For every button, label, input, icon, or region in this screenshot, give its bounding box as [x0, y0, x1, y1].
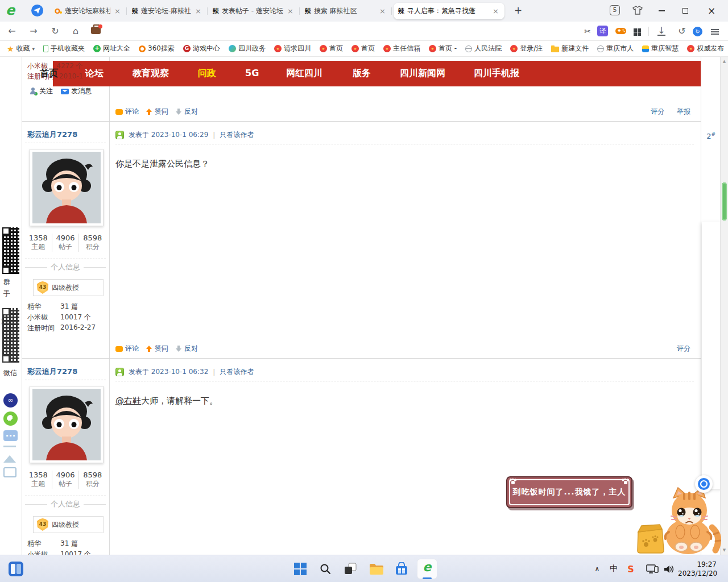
thread-list-icon[interactable]: [3, 467, 16, 477]
bookmark-login[interactable]: 登录/注: [510, 44, 543, 53]
home-button[interactable]: ⌂: [68, 22, 83, 40]
taskbar-search-icon[interactable]: [317, 561, 333, 577]
bookmark-court[interactable]: 人民法院: [465, 44, 502, 53]
only-author-link[interactable]: 只看该作者: [220, 367, 254, 377]
bookmark-sites[interactable]: +网址大全: [93, 44, 130, 53]
scrollbar-thumb[interactable]: [722, 182, 727, 221]
assistant-icon[interactable]: [695, 475, 713, 493]
comment-link[interactable]: 评论: [115, 107, 139, 117]
workspace-briefcase-icon[interactable]: [91, 27, 101, 34]
tab-4[interactable]: 辣 搜索 麻辣社区 ×: [300, 3, 391, 19]
browser-360-logo[interactable]: e: [6, 2, 15, 18]
file-explorer-icon[interactable]: [369, 561, 384, 577]
close-window-button[interactable]: ×: [702, 0, 721, 22]
clip-scissors-icon[interactable]: ✂: [580, 22, 595, 40]
tray-chevron-icon[interactable]: ∧: [589, 555, 605, 582]
rate-link[interactable]: 评分: [651, 107, 664, 115]
nav-banwu[interactable]: 版务: [353, 68, 371, 80]
tab-3[interactable]: 辣 发表帖子 - 蓬安论坛 麻 ×: [208, 3, 299, 19]
share-icon[interactable]: [3, 411, 18, 426]
nav-wenzheng-active[interactable]: 问政: [198, 68, 216, 80]
copy-link-icon[interactable]: [3, 393, 18, 408]
page-scrollbar[interactable]: ▲ ▼: [720, 57, 728, 555]
apps-grid-icon[interactable]: [634, 28, 641, 36]
oppose-link[interactable]: 反对: [175, 107, 198, 117]
back-button[interactable]: ←: [5, 22, 19, 40]
bookmark-home1[interactable]: 首页: [320, 44, 343, 53]
bookmark-home3[interactable]: 首页 -: [429, 44, 457, 53]
download-icon[interactable]: ↓: [654, 22, 669, 40]
tab-close-icon[interactable]: ×: [286, 7, 295, 15]
cast-screen-icon[interactable]: [644, 555, 661, 582]
nav-wanghong[interactable]: 网红四川: [286, 68, 322, 80]
tab-close-icon[interactable]: ×: [378, 7, 387, 15]
follow-button[interactable]: 关注: [30, 86, 53, 96]
only-author-link[interactable]: 只看该作者: [220, 130, 254, 140]
bookmark-home2[interactable]: 首页: [351, 44, 375, 53]
tab-5-active[interactable]: 辣 寻人启事：紧急寻找蓬 ×: [394, 3, 504, 19]
send-plane-icon[interactable]: [31, 5, 43, 16]
bookmark-game[interactable]: G游戏中心: [183, 44, 220, 53]
tab-close-icon[interactable]: ×: [113, 7, 122, 15]
reload-button[interactable]: ↻: [48, 22, 63, 40]
tab-close-icon[interactable]: ×: [491, 7, 500, 15]
sync-icon[interactable]: ↻: [693, 27, 702, 36]
volume-icon[interactable]: [661, 555, 677, 582]
scroll-down-icon[interactable]: ▼: [721, 548, 728, 552]
nav-home[interactable]: 首页: [40, 68, 58, 80]
tab-close-icon[interactable]: ×: [194, 7, 202, 15]
360-browser-taskbar-active[interactable]: e: [417, 559, 437, 579]
skin-theme-icon[interactable]: [632, 6, 643, 17]
mention-link[interactable]: @右鞋: [115, 396, 141, 406]
oppose-link[interactable]: 反对: [175, 344, 198, 354]
post3-username[interactable]: 彩云追月7278: [27, 367, 77, 377]
forward-button[interactable]: →: [26, 22, 41, 40]
post2-username[interactable]: 彩云追月7278: [27, 130, 77, 140]
bookmark-360search[interactable]: 360搜索: [139, 44, 175, 53]
task-view-icon[interactable]: [342, 561, 358, 577]
tab-1[interactable]: O 蓬安论坛麻辣社区_360 ×: [50, 3, 126, 19]
start-button[interactable]: [292, 561, 308, 577]
nav-scnews[interactable]: 四川新闻网: [400, 68, 445, 80]
nav-scmobile[interactable]: 四川手机报: [474, 68, 519, 80]
report-link[interactable]: 举报: [677, 107, 690, 115]
history-undo-icon[interactable]: ↺: [675, 22, 689, 40]
microsoft-store-icon[interactable]: [394, 561, 410, 577]
bookmark-mobile[interactable]: 手机收藏夹: [43, 44, 85, 53]
taskbar-clock[interactable]: 19:27 2023/12/20: [678, 560, 717, 578]
post2-avatar[interactable]: [30, 149, 104, 226]
bookmark-newfolder[interactable]: 新建文件: [551, 44, 589, 53]
nav-education[interactable]: 教育观察: [133, 68, 169, 80]
tab-2[interactable]: 辣 蓬安论坛-麻辣社区 ×: [127, 3, 207, 19]
hamburger-menu-icon[interactable]: [711, 29, 719, 35]
ime-chinese-icon[interactable]: 中: [606, 555, 621, 582]
sogou-icon[interactable]: S: [623, 555, 638, 582]
bookmark-mailbox[interactable]: 主任信箱: [383, 44, 420, 53]
scroll-up-icon[interactable]: ▲: [721, 59, 728, 64]
send-message-button[interactable]: 发消息: [61, 86, 92, 96]
post2-floor-link[interactable]: 2#: [706, 131, 715, 140]
post3-avatar[interactable]: [30, 386, 104, 463]
pet-cat[interactable]: [657, 487, 721, 555]
restore-button[interactable]: [676, 0, 695, 22]
back-to-top-icon[interactable]: [3, 449, 16, 463]
agree-link[interactable]: 赞同: [146, 107, 168, 117]
nav-forum[interactable]: 论坛: [85, 68, 104, 80]
tab-count-button[interactable]: 5: [610, 5, 620, 15]
nav-5g[interactable]: 5G: [245, 68, 259, 78]
comments-icon[interactable]: [3, 430, 18, 441]
bookmark-scgov[interactable]: 四川政务: [229, 44, 266, 53]
bookmark-cqsmart[interactable]: 重庆智慧: [642, 44, 679, 53]
new-tab-button[interactable]: +: [512, 5, 524, 16]
minimize-button[interactable]: [652, 0, 671, 22]
comment-link[interactable]: 评论: [115, 344, 139, 354]
translate-icon[interactable]: 译: [597, 26, 608, 36]
widgets-icon[interactable]: [8, 561, 24, 577]
bookmark-cqrd[interactable]: 重庆市人: [597, 44, 634, 53]
rate-link[interactable]: 评分: [677, 344, 690, 352]
bookmark-authority[interactable]: 权威发布: [687, 44, 724, 53]
game-center-icon[interactable]: [613, 22, 628, 40]
bookmark-favorites[interactable]: ★收藏▾: [7, 44, 35, 53]
agree-link[interactable]: 赞同: [146, 344, 168, 354]
bookmark-qingqiu[interactable]: 请求四川: [274, 44, 311, 53]
